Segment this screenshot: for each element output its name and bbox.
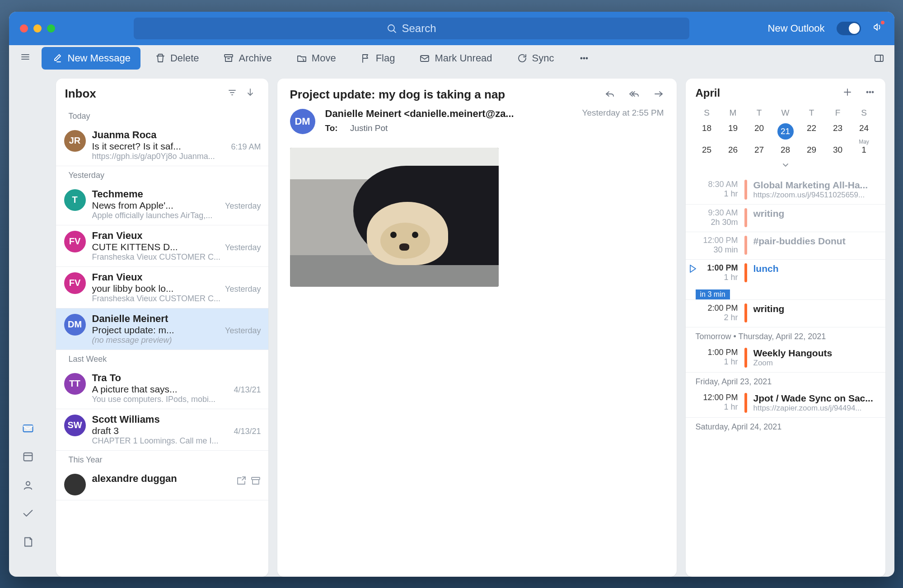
message-sections: TodayJRJuanma RocaIs it secret? Is it sa… (56, 107, 268, 500)
agenda-event[interactable]: 1:00 PM1 hrlunch (686, 259, 885, 287)
close-window-button[interactable] (20, 24, 28, 33)
archive-button[interactable]: Archive (213, 49, 281, 68)
trash-icon (155, 53, 166, 64)
rail-calendar-icon[interactable] (22, 450, 34, 465)
event-time: 1:00 PM1 hr (696, 348, 738, 368)
rail-tasks-icon[interactable] (22, 507, 34, 522)
app-window: Search New Outlook New Message Delete Ar… (9, 12, 894, 577)
flag-label: Flag (376, 52, 395, 64)
avatar: SW (64, 415, 86, 436)
reply-all-icon[interactable] (629, 88, 640, 101)
cal-day-cell[interactable]: 25 (694, 142, 720, 158)
subject: A picture that says... (92, 384, 178, 395)
agenda-event[interactable]: 9:30 AM2h 30mwriting (686, 204, 885, 232)
filter-icon[interactable] (223, 87, 241, 100)
cal-day-cell[interactable]: 27 (746, 142, 772, 158)
cal-day-cell[interactable]: 18 (694, 121, 720, 142)
message-item[interactable]: DMDanielle MeinertProject update: m...Ye… (56, 308, 268, 350)
maximize-window-button[interactable] (47, 24, 55, 33)
sender: Techmeme (92, 188, 261, 200)
cal-day-cell[interactable]: 26 (720, 142, 746, 158)
svg-rect-14 (23, 453, 32, 461)
message-list-panel: Inbox TodayJRJuanma RocaIs it secret? Is… (56, 79, 268, 577)
forward-icon[interactable] (653, 88, 664, 101)
reply-icon[interactable] (604, 88, 615, 101)
message-item[interactable]: FVFran Vieuxyour libby book lo...Yesterd… (56, 267, 268, 308)
cal-day-cell[interactable]: 22 (799, 121, 825, 142)
message-item[interactable]: SWScott Williamsdraft 34/13/21CHAPTER 1 … (56, 409, 268, 451)
svg-point-24 (869, 91, 870, 93)
calendar-expand-icon[interactable] (694, 158, 877, 176)
flag-button[interactable]: Flag (351, 49, 405, 68)
cal-day-cell[interactable]: 21 (772, 121, 799, 142)
agenda-more-icon[interactable] (865, 87, 875, 100)
delete-button[interactable]: Delete (145, 49, 209, 68)
avatar: DM (64, 314, 86, 336)
section-label: This Year (56, 451, 268, 468)
toolbar: New Message Delete Archive Move Flag Mar… (9, 45, 894, 71)
message-item[interactable]: TTTra ToA picture that says...4/13/21You… (56, 368, 268, 409)
sort-icon[interactable] (241, 87, 259, 100)
sync-icon (517, 53, 528, 64)
new-outlook-toggle[interactable] (837, 22, 861, 35)
svg-point-9 (583, 57, 585, 59)
sender: Danielle Meinert (92, 313, 261, 325)
cal-dow-cell: T (799, 105, 825, 121)
cal-day-cell[interactable]: 29 (799, 142, 825, 158)
sender: Fran Vieux (92, 230, 261, 242)
mini-calendar[interactable]: SMTWTFS 18192021222324252627282930May1 (686, 103, 885, 176)
delete-label: Delete (170, 52, 199, 64)
svg-rect-20 (252, 477, 260, 480)
preview: Fransheska Vieux CUSTOMER C... (92, 294, 261, 303)
cal-day-cell[interactable]: 20 (746, 121, 772, 142)
current-indicator-icon (688, 263, 698, 276)
event-title: Global Marketing All-Ha... (753, 180, 875, 191)
event-subtitle: Zoom (753, 359, 875, 368)
agenda-event[interactable]: 8:30 AM1 hrGlobal Marketing All-Ha...htt… (686, 176, 885, 204)
event-color-bar (744, 180, 747, 200)
event-title: writing (753, 303, 875, 314)
message-item[interactable]: alexandre duggan (56, 468, 268, 500)
rail-mail-icon[interactable] (22, 422, 34, 437)
sync-button[interactable]: Sync (507, 49, 564, 68)
event-color-bar (744, 263, 747, 282)
event-time: 1:00 PM1 hr (696, 263, 738, 282)
cal-dow-cell: T (746, 105, 772, 121)
event-time: 8:30 AM1 hr (696, 180, 738, 200)
cal-dow-cell: F (825, 105, 851, 121)
panel-toggle-button[interactable] (864, 49, 886, 67)
hamburger-button[interactable] (14, 48, 37, 68)
agenda-event[interactable]: 1:00 PM1 hrWeekly HangoutsZoom (686, 344, 885, 372)
agenda-event[interactable]: 12:00 PM30 min#pair-buddies Donut (686, 232, 885, 259)
message-item[interactable]: FVFran VieuxCUTE KITTENS D...YesterdayFr… (56, 225, 268, 267)
agenda-day-label: Tomorrow • Thursday, April 22, 2021 (686, 327, 885, 344)
cal-day-cell[interactable]: 19 (720, 121, 746, 142)
agenda-header: April (686, 79, 885, 103)
add-event-icon[interactable] (842, 87, 853, 100)
from-row: DM Danielle Meinert <danielle.meinert@za… (277, 106, 677, 143)
new-message-button[interactable]: New Message (42, 47, 140, 70)
event-title: Jpot / Wade Sync on Sac... (753, 393, 875, 404)
feedback-icon[interactable] (873, 22, 884, 35)
message-item[interactable]: TTechmemeNews from Apple'...YesterdayApp… (56, 184, 268, 225)
agenda-event[interactable]: 2:00 PM2 hrwriting (686, 299, 885, 327)
move-button[interactable]: Move (286, 49, 346, 68)
svg-rect-13 (23, 425, 33, 432)
cal-day-cell[interactable]: 28 (772, 142, 799, 158)
cal-day-cell[interactable]: May1 (851, 142, 877, 158)
minimize-window-button[interactable] (33, 24, 42, 33)
to-label: To: (325, 123, 338, 133)
mark-unread-button[interactable]: Mark Unread (409, 49, 502, 68)
more-button[interactable] (569, 49, 599, 67)
event-title: #pair-buddies Donut (753, 236, 875, 247)
message-item[interactable]: JRJuanma RocaIs it secret? Is it saf...6… (56, 125, 268, 166)
agenda-event[interactable]: 12:00 PM1 hrJpot / Wade Sync on Sac...ht… (686, 389, 885, 417)
rail-people-icon[interactable] (22, 479, 34, 494)
search-input[interactable]: Search (134, 18, 689, 39)
cal-day-cell[interactable]: 30 (825, 142, 851, 158)
rail-notes-icon[interactable] (22, 536, 34, 551)
event-subtitle: https://zapier.zoom.us/j/94494... (753, 404, 875, 413)
to-value: Justin Pot (350, 123, 388, 133)
cal-day-cell[interactable]: 23 (825, 121, 851, 142)
time: 6:19 AM (231, 142, 261, 152)
